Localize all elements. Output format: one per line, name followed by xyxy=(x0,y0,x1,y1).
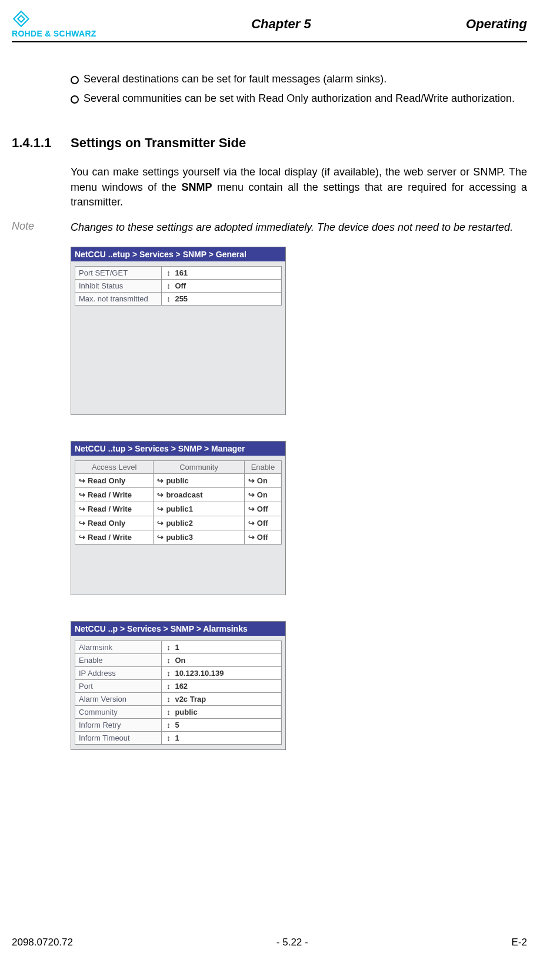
section-heading: 1.4.1.1 Settings on Transmitter Side xyxy=(12,135,527,151)
settings-table-manager: Access Level Community Enable Read Only … xyxy=(75,460,282,545)
note-block: Note Changes to these settings are adopt… xyxy=(12,220,527,235)
table-row: Read / Write public3 Off xyxy=(75,530,282,545)
setting-value[interactable]: 1 xyxy=(162,732,282,745)
community-cell[interactable]: public3 xyxy=(154,530,244,545)
access-level-cell[interactable]: Read Only xyxy=(75,474,154,488)
enable-cell[interactable]: Off xyxy=(244,502,281,516)
setting-value[interactable]: 1 xyxy=(162,641,282,654)
setting-value[interactable]: 162 xyxy=(162,680,282,693)
table-row: Inform Timeout 1 xyxy=(75,732,282,745)
setting-label: Inform Retry xyxy=(75,719,162,732)
brand-text: ROHDE & SCHWARZ xyxy=(12,29,96,38)
setting-value[interactable]: 161 xyxy=(162,267,282,280)
setting-label: IP Address xyxy=(75,667,162,680)
page-footer: 2098.0720.72 - 5.22 - E-2 xyxy=(12,937,527,948)
setting-label: Enable xyxy=(75,654,162,667)
community-cell[interactable]: public1 xyxy=(154,502,244,516)
setting-value[interactable]: Off xyxy=(162,280,282,293)
access-level-cell[interactable]: Read Only xyxy=(75,516,154,530)
table-row: Port SET/GET 161 xyxy=(75,267,282,280)
logo-icon xyxy=(13,11,29,27)
column-header: Enable xyxy=(244,461,281,474)
chapter-title: Chapter 5 xyxy=(96,16,466,32)
screenshot-snmp-manager: NetCCU ..tup > Services > SNMP > Manager… xyxy=(71,441,286,595)
table-row: Max. not transmitted 255 xyxy=(75,293,282,306)
table-row: Inhibit Status Off xyxy=(75,280,282,293)
bullet-item: Several communities can be set with Read… xyxy=(71,91,527,106)
setting-label: Alarm Version xyxy=(75,693,162,706)
table-row: IP Address 10.123.10.139 xyxy=(75,667,282,680)
column-header: Community xyxy=(154,461,244,474)
enable-cell[interactable]: Off xyxy=(244,530,281,545)
enable-cell[interactable]: On xyxy=(244,474,281,488)
para-bold: SNMP xyxy=(181,181,212,193)
section-number: 1.4.1.1 xyxy=(12,135,71,151)
setting-value[interactable]: 10.123.10.139 xyxy=(162,667,282,680)
intro-paragraph: You can make settings yourself via the l… xyxy=(71,165,527,210)
note-label: Note xyxy=(12,220,71,235)
setting-label: Inform Timeout xyxy=(75,732,162,745)
table-row: Port 162 xyxy=(75,680,282,693)
access-level-cell[interactable]: Read / Write xyxy=(75,488,154,502)
setting-value[interactable]: public xyxy=(162,706,282,719)
screenshot-snmp-general: NetCCU ..etup > Services > SNMP > Genera… xyxy=(71,247,286,415)
table-row: Enable On xyxy=(75,654,282,667)
enable-cell[interactable]: Off xyxy=(244,516,281,530)
table-row: Alarmsink 1 xyxy=(75,641,282,654)
column-header: Access Level xyxy=(75,461,154,474)
brand-logo: ROHDE & SCHWARZ xyxy=(12,11,96,38)
footer-revision: E-2 xyxy=(512,937,527,948)
table-row: Read / Write broadcast On xyxy=(75,488,282,502)
window-titlebar: NetCCU ..p > Services > SNMP > Alarmsink… xyxy=(71,622,285,636)
section-title: Settings on Transmitter Side xyxy=(71,135,246,151)
table-row: Community public xyxy=(75,706,282,719)
footer-doc-id: 2098.0720.72 xyxy=(12,937,73,948)
bullet-list: Several destinations can be set for faul… xyxy=(71,72,527,106)
note-text: Changes to these settings are adopted im… xyxy=(71,220,527,235)
window-titlebar: NetCCU ..etup > Services > SNMP > Genera… xyxy=(71,247,285,261)
setting-label: Port SET/GET xyxy=(75,267,162,280)
page-header: ROHDE & SCHWARZ Chapter 5 Operating xyxy=(12,11,527,42)
table-row: Inform Retry 5 xyxy=(75,719,282,732)
bullet-item: Several destinations can be set for faul… xyxy=(71,72,527,87)
community-cell[interactable]: broadcast xyxy=(154,488,244,502)
access-level-cell[interactable]: Read / Write xyxy=(75,502,154,516)
setting-value[interactable]: 5 xyxy=(162,719,282,732)
footer-page-number: - 5.22 - xyxy=(276,937,308,948)
table-row: Read Only public2 Off xyxy=(75,516,282,530)
setting-label: Alarmsink xyxy=(75,641,162,654)
community-cell[interactable]: public xyxy=(154,474,244,488)
window-titlebar: NetCCU ..tup > Services > SNMP > Manager xyxy=(71,442,285,456)
access-level-cell[interactable]: Read / Write xyxy=(75,530,154,545)
setting-value[interactable]: v2c Trap xyxy=(162,693,282,706)
settings-table-general: Port SET/GET 161 Inhibit Status Off Max.… xyxy=(75,266,282,306)
enable-cell[interactable]: On xyxy=(244,488,281,502)
setting-value[interactable]: 255 xyxy=(162,293,282,306)
table-row: Read / Write public1 Off xyxy=(75,502,282,516)
header-right-label: Operating xyxy=(466,16,527,32)
setting-label: Port xyxy=(75,680,162,693)
setting-value[interactable]: On xyxy=(162,654,282,667)
table-header-row: Access Level Community Enable xyxy=(75,461,282,474)
setting-label: Community xyxy=(75,706,162,719)
community-cell[interactable]: public2 xyxy=(154,516,244,530)
table-row: Alarm Version v2c Trap xyxy=(75,693,282,706)
table-row: Read Only public On xyxy=(75,474,282,488)
screenshot-snmp-alarmsinks: NetCCU ..p > Services > SNMP > Alarmsink… xyxy=(71,621,286,750)
setting-label: Inhibit Status xyxy=(75,280,162,293)
setting-label: Max. not transmitted xyxy=(75,293,162,306)
settings-table-alarmsinks: Alarmsink 1 Enable On IP Address 10.123.… xyxy=(75,641,282,745)
